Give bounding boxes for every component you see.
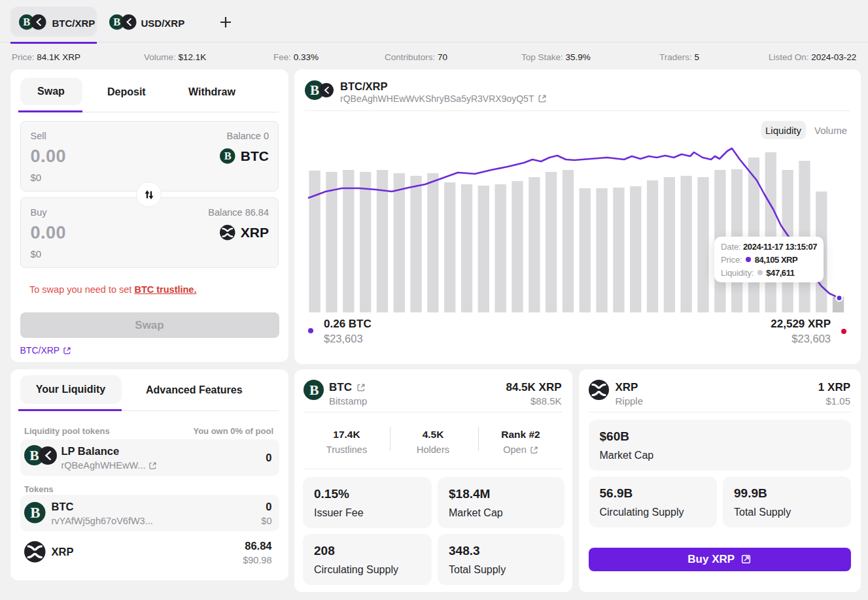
svg-text:B: B — [30, 505, 40, 521]
svg-text:B: B — [23, 16, 30, 28]
svg-text:B: B — [309, 382, 319, 398]
svg-text:B: B — [224, 150, 232, 163]
svg-text:B: B — [113, 16, 120, 28]
